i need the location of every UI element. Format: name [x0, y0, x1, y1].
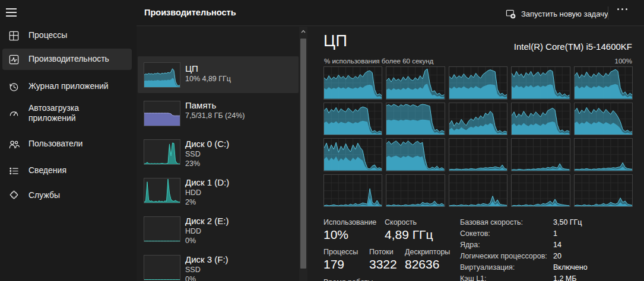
sidebar: Процессы Производительность Журнал прило… — [0, 0, 137, 281]
perf-item-memory[interactable]: Память 7,5/31,8 ГБ (24%) — [138, 97, 299, 131]
stat-usage-value: 10% — [323, 228, 348, 242]
perf-item-title: Память — [185, 100, 245, 111]
stat-processes-value: 179 — [323, 257, 344, 272]
performance-list: ЦП 10% 4,89 ГГц Память 7,5/31,8 ГБ (24%)… — [138, 27, 299, 281]
stat-handles-value: 82636 — [405, 257, 439, 272]
sidebar-item-details[interactable]: Сведения — [2, 160, 132, 181]
sidebar-item-label: Пользователи — [28, 139, 83, 149]
perf-item-stat: 7,5/31,8 ГБ (24%) — [185, 111, 245, 120]
sidebar-item-startup-apps[interactable]: Автозагрузка приложений — [2, 98, 132, 128]
perf-item-title: ЦП — [185, 63, 231, 74]
cpu-core-chart-7 — [449, 103, 507, 136]
cpu-core-chart-12 — [449, 138, 507, 171]
hamburger-menu-icon[interactable] — [6, 8, 18, 18]
task-manager-window: { "topbar": { "title": "Производительнос… — [0, 0, 644, 281]
scrollbar-thumb[interactable] — [300, 39, 306, 269]
sidebar-item-users[interactable]: Пользователи — [2, 133, 132, 155]
startup-apps-icon — [8, 108, 20, 119]
perf-item-stat: 23% — [185, 159, 229, 168]
cpu-cores-chart-grid — [323, 66, 633, 207]
stat-virtualization-value: Включено — [553, 263, 588, 272]
memory-thumbnail-chart — [144, 101, 180, 126]
cpu-core-chart-0 — [323, 66, 382, 100]
topbar-divider — [608, 7, 608, 20]
stat-cores-label: Ядра: — [460, 241, 480, 249]
cpu-core-chart-3 — [511, 66, 570, 100]
perf-item-type: SSD — [185, 149, 229, 159]
stat-threads-value: 3322 — [369, 257, 397, 272]
perf-item-type: SSD — [185, 265, 229, 274]
cpu-core-chart-2 — [449, 66, 507, 100]
cpu-model-name: Intel(R) Core(TM) i5-14600KF — [514, 41, 632, 52]
perf-item-title: Диск 1 (D:) — [185, 177, 229, 188]
disk1-thumbnail-chart — [144, 178, 180, 203]
services-icon — [8, 190, 20, 202]
sidebar-item-app-history[interactable]: Журнал приложений — [2, 76, 132, 97]
performance-icon — [8, 54, 20, 65]
cpu-core-chart-6 — [386, 103, 445, 136]
sidebar-item-label: Автозагрузка приложений — [28, 103, 120, 124]
stat-cores-value: 14 — [553, 241, 561, 249]
disk2-thumbnail-chart — [144, 216, 180, 242]
cpu-core-chart-13 — [511, 138, 570, 171]
stat-logical-processors-label: Логических процессоров: — [460, 252, 547, 260]
cpu-core-chart-1 — [386, 66, 445, 100]
perf-item-title: Диск 2 (E:) — [185, 215, 229, 226]
cpu-core-chart-5 — [323, 103, 382, 136]
sidebar-item-processes[interactable]: Процессы — [2, 25, 132, 46]
list-scrollbar[interactable] — [299, 27, 307, 281]
perf-item-cpu[interactable]: ЦП 10% 4,89 ГГц — [138, 56, 299, 93]
stat-sockets-label: Сокетов: — [460, 229, 490, 238]
perf-item-title: Диск 3 (F:) — [185, 254, 229, 265]
details-icon — [8, 165, 20, 177]
cpu-core-chart-8 — [511, 103, 570, 136]
stat-l1-cache-label: Кэш L1: — [460, 274, 487, 281]
cpu-core-chart-9 — [574, 103, 633, 136]
perf-item-disk3[interactable]: Диск 3 (F:) SSD 0% — [138, 251, 299, 281]
stat-sockets-value: 1 — [553, 229, 557, 238]
sidebar-item-label: Службы — [28, 190, 60, 201]
sidebar-item-label: Сведения — [28, 165, 66, 176]
chart-axis-max: 100% — [615, 58, 632, 65]
perf-item-title: Диск 0 (C:) — [185, 138, 229, 149]
cpu-core-chart-11 — [386, 138, 445, 171]
perf-item-type: HDD — [185, 226, 229, 236]
cpu-core-chart-10 — [323, 138, 382, 171]
sidebar-item-label: Журнал приложений — [28, 81, 109, 92]
app-history-icon — [8, 81, 20, 92]
stat-speed-value: 4,89 ГГц — [385, 228, 433, 242]
perf-item-type: HDD — [185, 188, 229, 197]
sidebar-item-label: Процессы — [28, 30, 67, 41]
run-new-task-label: Запустить новую задачу — [521, 9, 608, 18]
chevron-up-icon[interactable] — [299, 28, 307, 35]
stat-logical-processors-value: 20 — [553, 252, 561, 260]
perf-item-disk2[interactable]: Диск 2 (E:) HDD 0% — [138, 212, 299, 247]
stat-l1-cache-value: 1,2 МБ — [553, 274, 576, 281]
users-icon — [8, 139, 20, 150]
stat-speed-label: Скорость — [385, 218, 417, 226]
cpu-core-chart-16 — [386, 174, 445, 207]
stat-virtualization-label: Виртуализация: — [460, 263, 515, 272]
chart-axis-label: % использования более 60 секунд — [324, 58, 433, 65]
cpu-core-chart-19 — [574, 174, 633, 207]
perf-item-disk0[interactable]: Диск 0 (C:) SSD 23% — [138, 135, 299, 170]
run-new-task-button[interactable]: Запустить новую задачу — [506, 6, 608, 21]
processes-icon — [8, 30, 20, 41]
sidebar-item-performance[interactable]: Производительность — [2, 49, 132, 70]
more-icon[interactable] — [617, 8, 627, 10]
header-divider — [137, 25, 644, 26]
cpu-core-chart-14 — [574, 138, 633, 171]
cpu-core-chart-4 — [574, 66, 633, 100]
stat-base-speed-value: 3,50 ГГц — [553, 218, 582, 226]
stat-usage-label: Использование — [323, 218, 376, 226]
stat-uptime-label: Время работы — [323, 278, 373, 281]
perf-item-stat: 2% — [185, 197, 229, 207]
perf-item-stat: 0% — [185, 236, 229, 245]
sidebar-item-label: Производительность — [28, 54, 109, 65]
stat-processes-label: Процессы — [323, 248, 358, 256]
perf-item-disk1[interactable]: Диск 1 (D:) HDD 2% — [138, 174, 299, 208]
stat-base-speed-label: Базовая скорость: — [460, 218, 523, 226]
sidebar-item-services[interactable]: Службы — [2, 185, 132, 206]
stat-threads-label: Потоки — [369, 248, 394, 256]
perf-item-stat: 10% 4,89 ГГц — [185, 74, 231, 84]
